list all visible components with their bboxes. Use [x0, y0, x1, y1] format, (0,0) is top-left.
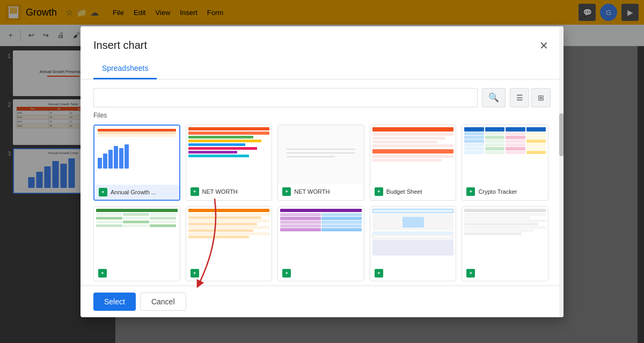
select-button[interactable]: Select [93, 293, 136, 311]
file-card-blue[interactable]: + [370, 206, 457, 281]
file-name-net-worth-1: NET WORTH [202, 188, 238, 195]
file-thumb-net-worth-1 [186, 125, 272, 184]
file-footer-green: + [94, 266, 180, 281]
search-input[interactable] [93, 88, 478, 107]
search-icon: 🔍 [488, 92, 499, 103]
sheets-icon-8: + [282, 269, 291, 278]
file-name-annual-growth: Annual Growth ... [111, 189, 156, 195]
sheets-icon-9: + [375, 269, 383, 278]
sheets-icon-7: + [191, 269, 199, 278]
sheets-icon-3: + [282, 187, 291, 196]
file-thumb-budget [370, 125, 456, 184]
file-footer-crypto: + Crypto Tracker [462, 184, 548, 199]
modal-scrollbar-thumb[interactable] [559, 113, 564, 156]
file-thumb-crypto [462, 125, 548, 184]
modal-close-button[interactable]: ✕ [537, 37, 551, 54]
file-footer-budget: + Budget Sheet [370, 184, 456, 199]
modal-search: 🔍 ☰ ⊞ [80, 79, 564, 112]
file-card-white[interactable]: + [462, 206, 548, 281]
files-section: Files [80, 112, 564, 286]
sheets-icon-4: + [375, 187, 383, 196]
file-card-budget[interactable]: + Budget Sheet [370, 125, 457, 201]
files-grid: + Annual Growth ... [93, 125, 551, 281]
sheets-icon-5: + [466, 187, 475, 196]
file-card-net-worth-1[interactable]: + NET WORTH [186, 125, 273, 201]
file-card-purple[interactable]: + [277, 206, 364, 281]
modal-footer: Select Cancel [80, 286, 564, 317]
file-footer-net-worth-1: + NET WORTH [186, 184, 272, 199]
file-card-annual-growth[interactable]: + Annual Growth ... [93, 125, 180, 201]
cancel-button[interactable]: Cancel [140, 293, 186, 311]
file-card-crypto[interactable]: + Crypto Tracker [462, 125, 548, 201]
files-label: Files [93, 112, 551, 119]
file-name-crypto: Crypto Tracker [478, 188, 517, 195]
file-footer-purple: + [278, 266, 364, 281]
file-thumb-net-worth-2 [278, 125, 364, 184]
file-footer-net-worth-2: + NET WORTH [278, 184, 364, 199]
view-buttons: ☰ ⊞ [510, 88, 551, 107]
file-footer-blue: + [370, 266, 456, 281]
tab-spreadsheets[interactable]: Spreadsheets [93, 59, 157, 79]
sheets-icon-10: + [466, 269, 475, 278]
file-footer-annual-growth: + Annual Growth ... [94, 185, 179, 200]
modal-title: Insert chart [93, 39, 147, 52]
search-button[interactable]: 🔍 [482, 88, 506, 107]
file-thumb-annual-growth [94, 126, 179, 185]
grid-view-button[interactable]: ☰ [510, 88, 529, 107]
insert-chart-modal: Insert chart ✕ Spreadsheets 🔍 ☰ ⊞ [80, 26, 564, 317]
file-name-budget: Budget Sheet [386, 188, 422, 195]
sheets-icon-1: + [99, 188, 107, 196]
list-view-button[interactable]: ⊞ [531, 88, 551, 107]
file-card-orange[interactable]: + [186, 206, 273, 281]
file-footer-orange: + [186, 266, 272, 281]
file-name-net-worth-2: NET WORTH [294, 188, 330, 195]
modal-scrollbar[interactable] [559, 26, 564, 317]
file-thumb-green [94, 207, 180, 266]
file-thumb-white [462, 207, 548, 266]
file-footer-white: + [462, 266, 548, 281]
modal-header: Insert chart ✕ [80, 26, 564, 54]
file-thumb-purple [278, 207, 364, 266]
sheets-icon-2: + [191, 187, 199, 196]
modal-overlay: Insert chart ✕ Spreadsheets 🔍 ☰ ⊞ [0, 0, 644, 343]
file-thumb-orange [186, 207, 272, 266]
file-card-green[interactable]: + [93, 206, 180, 281]
file-thumb-blue [370, 207, 456, 266]
modal-tabs: Spreadsheets [80, 59, 564, 79]
file-card-net-worth-2[interactable]: + NET WORTH [277, 125, 364, 201]
sheets-icon-6: + [98, 269, 107, 278]
